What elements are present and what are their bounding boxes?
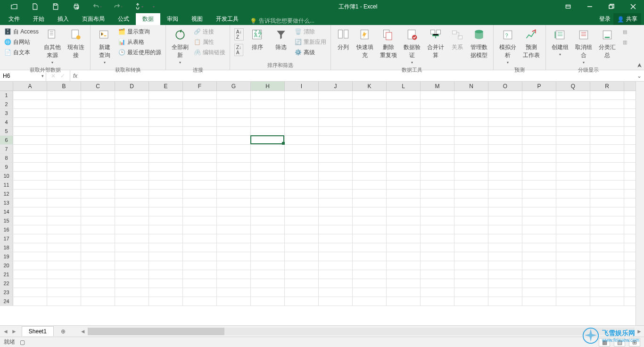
cell-N10[interactable] <box>454 172 488 180</box>
cell-P2[interactable] <box>522 100 556 108</box>
cell-K22[interactable] <box>353 279 387 288</box>
row-header-13[interactable]: 13 <box>0 198 13 207</box>
cell-O17[interactable] <box>488 234 522 243</box>
cell-D23[interactable] <box>115 288 149 297</box>
cell-D1[interactable] <box>115 91 149 99</box>
col-header-Q[interactable]: Q <box>556 82 590 91</box>
cell-L15[interactable] <box>387 216 421 225</box>
cell-G16[interactable] <box>217 225 251 234</box>
cell-F20[interactable] <box>183 261 217 270</box>
col-header-B[interactable]: B <box>47 82 81 91</box>
cell-D22[interactable] <box>115 279 149 288</box>
cell-O13[interactable] <box>488 198 522 207</box>
col-header-O[interactable]: O <box>488 82 522 91</box>
cell-O5[interactable] <box>488 127 522 135</box>
cell-G8[interactable] <box>217 154 251 162</box>
cell-G2[interactable] <box>217 100 251 108</box>
cell-L11[interactable] <box>387 181 421 189</box>
cell-M23[interactable] <box>421 288 454 297</box>
cell-N23[interactable] <box>454 288 488 297</box>
cell-N4[interactable] <box>454 118 488 126</box>
cell-G15[interactable] <box>217 216 251 225</box>
cell-B17[interactable] <box>47 234 81 243</box>
cell-E11[interactable] <box>149 181 183 189</box>
row-header-9[interactable]: 9 <box>0 163 13 171</box>
cell-I7[interactable] <box>285 145 319 153</box>
cell-L24[interactable] <box>387 297 421 306</box>
cell-G12[interactable] <box>217 190 251 198</box>
cell-L18[interactable] <box>387 243 421 252</box>
row-header-7[interactable]: 7 <box>0 145 13 153</box>
cell-I20[interactable] <box>285 261 319 270</box>
cell-J17[interactable] <box>319 234 353 243</box>
col-header-I[interactable]: I <box>285 82 319 91</box>
cell-L5[interactable] <box>387 127 421 135</box>
cell-P6[interactable] <box>522 136 556 144</box>
cell-M15[interactable] <box>421 216 454 225</box>
cell-F12[interactable] <box>183 190 217 198</box>
cell-I6[interactable] <box>285 136 319 144</box>
cell-O6[interactable] <box>488 136 522 144</box>
cell-D12[interactable] <box>115 190 149 198</box>
cell-F1[interactable] <box>183 91 217 99</box>
cell-A13[interactable] <box>13 198 47 207</box>
cell-O19[interactable] <box>488 252 522 261</box>
cell-Q13[interactable] <box>556 198 590 207</box>
tab-developer[interactable]: 开发工具 <box>209 13 245 25</box>
sort-za-button[interactable]: Z↓A <box>233 42 245 58</box>
cell-K11[interactable] <box>353 181 387 189</box>
cell-H4[interactable] <box>251 118 285 126</box>
cell-E24[interactable] <box>149 297 183 306</box>
cell-H12[interactable] <box>251 190 285 198</box>
cell-D16[interactable] <box>115 225 149 234</box>
cell-K7[interactable] <box>353 145 387 153</box>
cell-K24[interactable] <box>353 297 387 306</box>
cell-O15[interactable] <box>488 216 522 225</box>
cell-F10[interactable] <box>183 172 217 180</box>
cell-O23[interactable] <box>488 288 522 297</box>
cell-Q12[interactable] <box>556 190 590 198</box>
cell-D11[interactable] <box>115 181 149 189</box>
cell-K16[interactable] <box>353 225 387 234</box>
cell-P16[interactable] <box>522 225 556 234</box>
cell-I23[interactable] <box>285 288 319 297</box>
cell-H7[interactable] <box>251 145 285 153</box>
cell-M21[interactable] <box>421 270 454 279</box>
cell-Q21[interactable] <box>556 270 590 279</box>
cell-Q2[interactable] <box>556 100 590 108</box>
cell-I14[interactable] <box>285 207 319 216</box>
col-header-D[interactable]: D <box>115 82 149 91</box>
cell-E8[interactable] <box>149 154 183 162</box>
cell-M3[interactable] <box>421 109 454 117</box>
maximize-icon[interactable] <box>601 0 622 13</box>
cell-F14[interactable] <box>183 207 217 216</box>
col-header-N[interactable]: N <box>454 82 488 91</box>
cell-N20[interactable] <box>454 261 488 270</box>
cell-H8[interactable] <box>251 154 285 162</box>
cell-R23[interactable] <box>590 288 624 297</box>
cell-P20[interactable] <box>522 261 556 270</box>
cell-A1[interactable] <box>13 91 47 99</box>
cell-B21[interactable] <box>47 270 81 279</box>
cell-L21[interactable] <box>387 270 421 279</box>
cell-C23[interactable] <box>81 288 115 297</box>
cell-Q14[interactable] <box>556 207 590 216</box>
redo-icon[interactable]: ▾ <box>107 0 128 13</box>
cell-E13[interactable] <box>149 198 183 207</box>
name-box[interactable]: H6▾ <box>0 70 46 81</box>
col-header-E[interactable]: E <box>149 82 183 91</box>
cell-R7[interactable] <box>590 145 624 153</box>
cell-O4[interactable] <box>488 118 522 126</box>
cell-B12[interactable] <box>47 190 81 198</box>
cell-F2[interactable] <box>183 100 217 108</box>
cell-C14[interactable] <box>81 207 115 216</box>
next-sheet-icon[interactable]: ► <box>11 328 17 335</box>
cell-J10[interactable] <box>319 172 353 180</box>
tab-review[interactable]: 审阅 <box>160 13 185 25</box>
cell-C1[interactable] <box>81 91 115 99</box>
cell-I22[interactable] <box>285 279 319 288</box>
tab-insert[interactable]: 插入 <box>51 13 75 25</box>
cell-O2[interactable] <box>488 100 522 108</box>
cell-L16[interactable] <box>387 225 421 234</box>
cell-E7[interactable] <box>149 145 183 153</box>
